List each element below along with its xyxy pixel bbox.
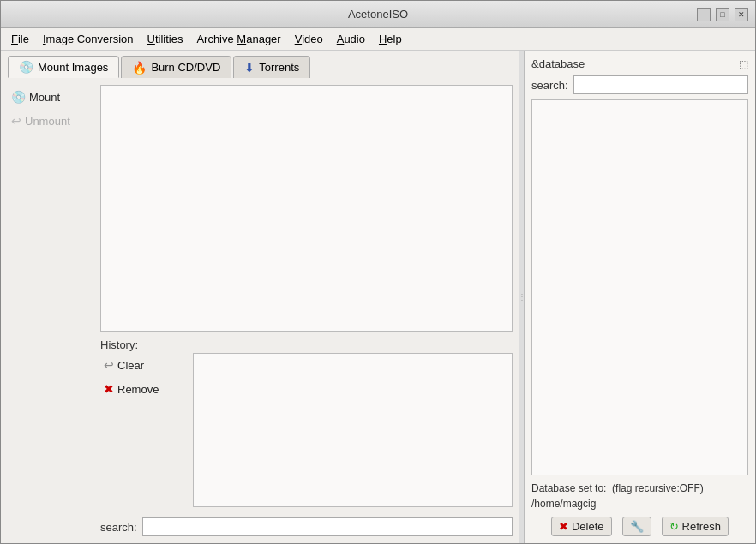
search-input[interactable] [142,517,513,536]
minimize-button[interactable]: – [697,8,711,21]
db-search-input[interactable] [573,75,748,94]
wrench-button[interactable]: 🔧 [622,517,651,536]
center-area: History: ↩ Clear ✖ Remove [100,85,513,536]
menu-archive-manager[interactable]: Archive Manager [189,31,287,47]
delete-button[interactable]: ✖ Delete [551,517,612,536]
right-panel-title-text: &database [531,57,585,70]
right-panel: &database ⬚ search: Database set to: (fl… [524,51,755,543]
db-search-row: search: [531,75,748,94]
maximize-button[interactable]: □ [716,8,729,21]
unmount-button-label: Unmount [25,115,70,128]
remove-icon: ✖ [104,382,114,396]
tab-mount-images[interactable]: 💿 Mount Images [8,56,119,78]
down-arrow-icon: ⬇ [244,61,255,75]
menu-file[interactable]: File [4,31,36,47]
tab-bar: 💿 Mount Images 🔥 Burn CD/DVD ⬇ Torrents [1,51,519,78]
main-area: 💿 Mount Images 🔥 Burn CD/DVD ⬇ Torrents [1,51,755,543]
refresh-button-label: Refresh [682,520,722,533]
mount-button-label: Mount [29,91,60,104]
menu-help[interactable]: Help [372,31,409,47]
close-button[interactable]: ✕ [735,8,748,21]
app-window: AcetoneISO – □ ✕ File Image Conversion U… [0,0,756,544]
db-search-label: search: [531,79,568,92]
mount-disc-icon: 💿 [11,90,26,104]
menu-video[interactable]: Video [288,31,330,47]
history-list[interactable] [193,353,513,507]
tab-torrents[interactable]: ⬇ Torrents [233,56,310,78]
clear-icon: ↩ [104,358,114,372]
history-area: ↩ Clear ✖ Remove [100,353,513,507]
wrench-icon: 🔧 [630,520,644,533]
right-panel-header: &database ⬚ [531,57,748,70]
mount-button[interactable]: 💿 Mount [8,88,93,105]
clear-button-label: Clear [117,359,144,372]
remove-button-label: Remove [117,383,159,396]
expand-icon[interactable]: ⬚ [739,58,748,70]
fire-icon: 🔥 [132,61,147,75]
remove-button[interactable]: ✖ Remove [100,380,186,398]
tab-burn-cd-dvd-label: Burn CD/DVD [151,61,220,74]
mount-sidebar: 💿 Mount ↩ Unmount [8,85,93,536]
db-status: Database set to: (flag recursive:OFF)/ho… [531,481,748,511]
db-actions: ✖ Delete 🔧 ↻ Refresh [531,517,748,536]
unmount-icon: ↩ [11,114,21,128]
tab-burn-cd-dvd[interactable]: 🔥 Burn CD/DVD [121,56,231,78]
delete-icon: ✖ [559,520,568,533]
refresh-button[interactable]: ↻ Refresh [662,517,729,536]
history-sidebar: ↩ Clear ✖ Remove [100,353,186,507]
tab-torrents-label: Torrents [259,61,299,74]
refresh-icon: ↻ [669,520,679,533]
window-title: AcetoneISO [59,8,697,21]
delete-button-label: Delete [572,520,604,533]
clear-button[interactable]: ↩ Clear [100,356,186,374]
db-list[interactable] [531,99,748,475]
window-controls: – □ ✕ [697,8,748,21]
left-panel: 💿 Mount Images 🔥 Burn CD/DVD ⬇ Torrents [1,51,519,543]
file-list[interactable] [100,85,513,332]
tab-mount-images-label: Mount Images [38,61,108,74]
disc-icon: 💿 [19,60,33,74]
search-row: search: [100,514,513,536]
unmount-button[interactable]: ↩ Unmount [8,112,93,129]
menubar: File Image Conversion Utilities Archive … [1,28,755,51]
menu-image-conversion[interactable]: Image Conversion [36,31,141,47]
menu-utilities[interactable]: Utilities [140,31,189,47]
title-bar: AcetoneISO – □ ✕ [1,1,755,28]
menu-audio[interactable]: Audio [330,31,372,47]
history-label: History: [100,338,513,351]
search-label: search: [100,521,137,534]
mount-images-content: 💿 Mount ↩ Unmount History: [1,78,519,543]
history-section: History: ↩ Clear ✖ Remove [100,338,513,507]
